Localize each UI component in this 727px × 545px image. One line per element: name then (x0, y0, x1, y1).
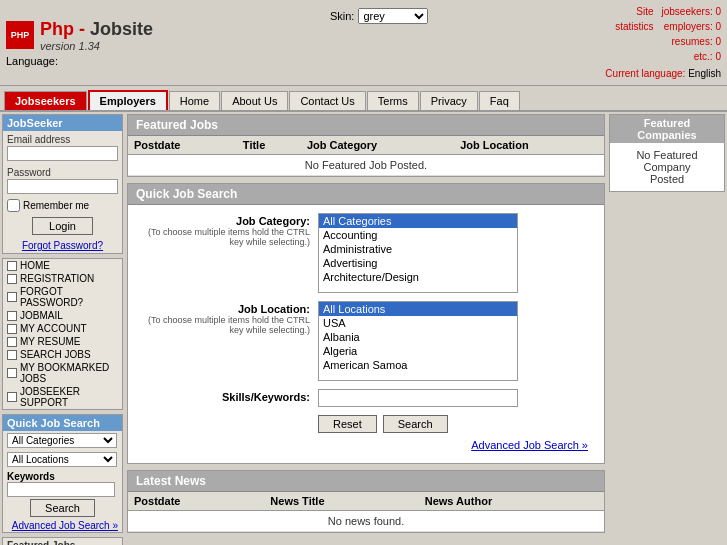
location-option-americansamoa[interactable]: American Samoa (319, 358, 517, 372)
skills-input[interactable] (318, 389, 518, 407)
tab-terms[interactable]: Terms (367, 91, 419, 110)
sidebar-item-home[interactable]: HOME (3, 259, 122, 272)
sidebar-item-bookmarked[interactable]: MY BOOKMARKED JOBS (3, 361, 122, 385)
sidebar-adv-search-link[interactable]: Advanced Job Search » (3, 519, 122, 532)
sidebar-item-myresume[interactable]: MY RESUME (3, 335, 122, 348)
qjs-inner: Job Category: (To choose multiple items … (128, 205, 604, 463)
nav-icon-home (7, 261, 17, 271)
logo-version: version 1.34 (40, 40, 153, 52)
tab-contactus[interactable]: Contact Us (289, 91, 365, 110)
category-option-all[interactable]: All Categories (319, 214, 517, 228)
sidebar-keywords-input[interactable] (7, 482, 115, 497)
latest-news-nodata: No news found. (128, 511, 604, 532)
tab-jobseekers[interactable]: Jobseekers (4, 91, 87, 110)
nav-icon-jobmail (7, 311, 17, 321)
current-lang: Current language: English (605, 66, 721, 81)
quick-job-search-section: Quick Job Search Job Category: (To choos… (127, 183, 605, 464)
category-option-architecture[interactable]: Architecture/Design (319, 270, 517, 284)
remember-me-checkbox[interactable] (7, 199, 20, 212)
tab-aboutus[interactable]: About Us (221, 91, 288, 110)
qjs-category-row: Job Category: (To choose multiple items … (138, 213, 594, 293)
sidebar-item-searchjobs[interactable]: SEARCH JOBS (3, 348, 122, 361)
location-option-usa[interactable]: USA (319, 316, 517, 330)
qjs-category-label-area: Job Category: (To choose multiple items … (138, 213, 318, 247)
latest-news-header: Postdate News Title News Author (128, 492, 604, 511)
featured-companies-content: No Featured Company Posted (610, 143, 724, 191)
skin-select[interactable]: grey (358, 8, 428, 24)
category-option-administrative[interactable]: Administrative (319, 242, 517, 256)
nav-icon-myaccount (7, 324, 17, 334)
sidebar-category-select[interactable]: All CategoriesAccountingAdministrativeAd… (7, 433, 117, 448)
latest-news-title: Latest News (128, 471, 604, 492)
sidebar-featured-jobs: Featured Jobs (2, 537, 123, 545)
qjs-adv-search-link[interactable]: Advanced Job Search » (138, 437, 594, 455)
sidebar-item-myaccount[interactable]: MY ACCOUNT (3, 322, 122, 335)
sidebar-item-label-support: JOBSEEKER SUPPORT (20, 386, 118, 408)
site-stats-values: jobseekers: 0 employers: 0 resumes: 0 et… (662, 4, 721, 64)
email-label: Email address (7, 134, 118, 145)
sidebar-item-label-searchjobs: SEARCH JOBS (20, 349, 91, 360)
email-field-area: Email address (3, 131, 122, 164)
location-listbox[interactable]: All Locations USA Albania Algeria Americ… (318, 301, 518, 381)
nav-icon-forgotpw (7, 292, 17, 302)
navtabs: Jobseekers Employers Home About Us Conta… (0, 86, 727, 112)
featured-jobs-nodata-row: No Featured Job Posted. (128, 155, 604, 176)
sidebar-item-registration[interactable]: REGISTRATION (3, 272, 122, 285)
category-option-accounting[interactable]: Accounting (319, 228, 517, 242)
qjs-skills-row: Skills/Keywords: (138, 389, 594, 407)
sidebar-item-forgotpw[interactable]: FORGOT PASSWORD? (3, 285, 122, 309)
qjs-location-label: Job Location: (138, 303, 310, 315)
featured-jobs-nodata: No Featured Job Posted. (128, 155, 604, 176)
jobseeker-title: JobSeeker (3, 115, 122, 131)
sidebar-qjs-box: Quick Job Search All CategoriesAccountin… (2, 414, 123, 533)
featured-jobs-header: Postdate Title Job Category Job Location (128, 136, 604, 155)
qjs-category-sublabel: (To choose multiple items hold the CTRL … (138, 227, 310, 247)
qjs-skills-label-area: Skills/Keywords: (138, 389, 318, 403)
forgot-password-link[interactable]: Forgot Password? (3, 238, 122, 253)
location-option-albania[interactable]: Albania (319, 330, 517, 344)
featured-jobs-title: Featured Jobs (128, 115, 604, 136)
location-option-all[interactable]: All Locations (319, 302, 517, 316)
tab-home[interactable]: Home (169, 91, 220, 110)
lang-label: Language: (6, 55, 58, 67)
latest-news-nodata-row: No news found. (128, 511, 604, 532)
qjs-skills-control (318, 389, 594, 407)
sidebar-featured-jobs-link[interactable]: Featured Jobs (3, 538, 122, 545)
featured-companies-nodata-line2: Posted (650, 173, 684, 185)
latest-news-table: Postdate News Title News Author No news … (128, 492, 604, 532)
tab-employers[interactable]: Employers (88, 90, 168, 110)
tab-faq[interactable]: Faq (479, 91, 520, 110)
sidebar-item-jobmail[interactable]: JOBMAIL (3, 309, 122, 322)
remember-me-row: Remember me (3, 197, 122, 214)
email-input[interactable] (7, 146, 118, 161)
tab-privacy[interactable]: Privacy (420, 91, 478, 110)
skin-area: Skin: grey (330, 8, 428, 24)
password-label: Password (7, 167, 118, 178)
category-listbox[interactable]: All Categories Accounting Administrative… (318, 213, 518, 293)
sidebar-search-button[interactable]: Search (30, 499, 95, 517)
topbar: PHP Php - Jobsite version 1.34 Language:… (0, 0, 727, 86)
password-input[interactable] (7, 179, 118, 194)
qjs-buttons: Reset Search (318, 415, 594, 437)
remember-me-label: Remember me (23, 200, 89, 211)
featured-companies-title: Featured Companies (610, 115, 724, 143)
login-button[interactable]: Login (32, 217, 93, 235)
sidebar-item-label-forgotpw: FORGOT PASSWORD? (20, 286, 118, 308)
skin-label: Skin: (330, 10, 354, 22)
sidebar-location-select[interactable]: All LocationsUSAAlbaniaAlgeriaAmerican S… (7, 452, 117, 467)
jobseeker-box: JobSeeker Email address Password Remembe… (2, 114, 123, 254)
qjs-location-control: All Locations USA Albania Algeria Americ… (318, 301, 594, 381)
qjs-location-sublabel: (To choose multiple items hold the CTRL … (138, 315, 310, 335)
sidebar-nav: HOME REGISTRATION FORGOT PASSWORD? JOBMA… (2, 258, 123, 410)
sidebar-keywords-area: Keywords (7, 471, 118, 497)
nav-icon-registration (7, 274, 17, 284)
category-option-advertising[interactable]: Advertising (319, 256, 517, 270)
col-news-postdate: Postdate (128, 492, 264, 511)
qjs-search-button[interactable]: Search (383, 415, 448, 433)
sidebar-item-label-bookmarked: MY BOOKMARKED JOBS (20, 362, 118, 384)
nav-icon-support (7, 392, 17, 402)
qjs-reset-button[interactable]: Reset (318, 415, 377, 433)
quick-job-search-title: Quick Job Search (128, 184, 604, 205)
location-option-algeria[interactable]: Algeria (319, 344, 517, 358)
sidebar-item-support[interactable]: JOBSEEKER SUPPORT (3, 385, 122, 409)
